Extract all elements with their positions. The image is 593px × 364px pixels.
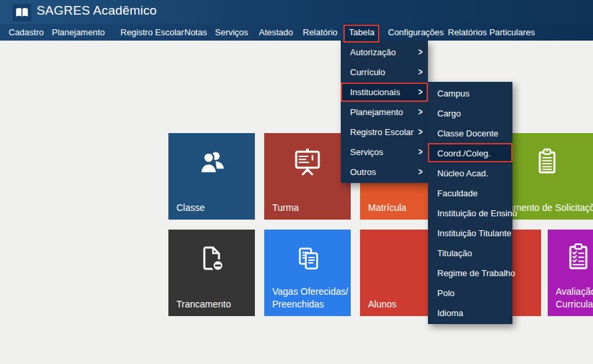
menu-item-curriculo[interactable]: Currículo> [341,62,428,82]
chevron-right-icon: > [419,47,423,57]
app-window: SAGRES Acadêmico CadastroPlanejamentoReg… [0,0,593,364]
menu-item-instituicao-titulante[interactable]: Instituição Titulante [428,223,512,243]
menu-item-outros[interactable]: Outros> [341,162,428,182]
menu-item-label: Serviços [350,147,419,157]
menu-item-label: Instituição de Ensino [437,208,517,218]
document-remove-icon [196,243,228,275]
menubar-item-planejamento[interactable]: Planejamento [52,24,105,41]
documents-icon [292,243,323,275]
menu-item-label: Coord./Coleg. [437,148,507,158]
clipboard-icon [531,146,563,178]
presentation-board-icon [292,146,323,178]
menubar-item-registro-escolar[interactable]: Registro Escolar [120,24,184,41]
menu-item-label: Instituição Titulante [437,228,511,238]
menubar-item-servicos[interactable]: Serviços [215,24,248,41]
menubar-item-configuracoes[interactable]: Configurações [388,24,444,41]
people-icon [196,146,228,178]
menu-item-regime-de-trabalho[interactable]: Regime de Trabalho [428,263,512,283]
chevron-right-icon: > [419,127,423,137]
menubar: CadastroPlanejamentoRegistro EscolarNota… [0,24,593,41]
menu-item-label: Núcleo Acad. [437,168,507,178]
tile-label: Matrícula [368,202,407,214]
tabela-dropdown-menu: Autorização>Currículo>Institucionais>Pla… [341,41,428,183]
menu-item-label: Faculdade [437,188,507,198]
book-icon [13,4,31,21]
tile-label: Classe [176,202,205,214]
menu-item-autorizacao[interactable]: Autorização> [341,42,428,62]
menu-item-planejamento[interactable]: Planejamento> [341,102,428,122]
menu-item-servicos[interactable]: Serviços> [341,142,428,162]
menu-item-polo[interactable]: Polo [428,283,512,303]
menu-item-label: Outros [350,167,419,177]
menubar-item-cadastro[interactable]: Cadastro [9,24,44,41]
titlebar: SAGRES Acadêmico [0,0,593,24]
tile-vagas-oferecidas-preenchidas[interactable]: Vagas Oferecidas/ Preenchidas [264,230,351,316]
menu-item-label: Cargo [437,108,507,118]
menu-item-faculdade[interactable]: Faculdade [428,183,512,203]
menu-item-label: Regime de Trabalho [437,268,515,278]
menu-item-institucionais[interactable]: Institucionais> [341,82,428,102]
menu-item-label: Campus [437,89,507,98]
tile-trancamento[interactable]: Trancamento [168,230,255,316]
menu-item-titulacao[interactable]: Titulação [428,243,512,263]
chevron-right-icon: > [419,87,423,97]
app-title: SAGRES Acadêmico [37,3,157,18]
menu-item-idioma[interactable]: Idioma [428,303,512,323]
menubar-item-relatorio[interactable]: Relatório [303,24,337,41]
tile-avaliacao-curricular[interactable]: Avaliação Curricular [548,230,593,316]
tile-label: Alunos [368,298,397,310]
chevron-right-icon: > [419,167,423,177]
menu-item-campus[interactable]: Campus [428,83,512,103]
tile-label: Trancamento [176,298,231,310]
menu-item-label: Titulação [437,248,507,258]
chevron-right-icon: > [419,67,423,77]
menu-item-label: Institucionais [350,87,419,97]
menu-item-instituicao-de-ensino[interactable]: Instituição de Ensino [428,203,512,223]
menu-item-label: Idioma [437,308,507,318]
menubar-item-tabela[interactable]: Tabela [343,24,380,41]
menu-item-label: Registro Escolar [350,127,419,137]
institucionais-submenu: CampusCargoClasse DocenteCoord./Coleg.Nú… [428,82,512,324]
tile-classe[interactable]: Classe [168,133,255,220]
menu-item-registro-escolar[interactable]: Registro Escolar> [341,122,428,142]
menu-item-cargo[interactable]: Cargo [428,103,512,123]
checklist-icon [562,242,593,273]
menubar-item-atestado[interactable]: Atestado [259,24,293,41]
tile-label: Vagas Oferecidas/ Preenchidas [272,285,348,310]
chevron-right-icon: > [419,107,423,117]
menu-item-nucleo-acad[interactable]: Núcleo Acad. [428,163,512,183]
tile-label: Avaliação Curricular [556,285,593,310]
menu-item-label: Classe Docente [437,128,507,138]
menu-item-classe-docente[interactable]: Classe Docente [428,123,512,143]
menubar-item-relatorios-particulares[interactable]: Relatórios Particulares [448,24,535,41]
menu-item-label: Polo [437,288,507,298]
menu-item-label: Autorização [350,47,419,57]
menu-item-label: Currículo [350,67,419,77]
chevron-right-icon: > [419,147,423,157]
menu-item-coord-coleg[interactable]: Coord./Coleg. [428,143,512,163]
menubar-item-notas[interactable]: Notas [184,24,207,41]
menu-item-label: Planejamento [350,107,419,117]
tile-turma[interactable]: Turma [264,133,351,220]
tile-label: Turma [272,202,299,214]
